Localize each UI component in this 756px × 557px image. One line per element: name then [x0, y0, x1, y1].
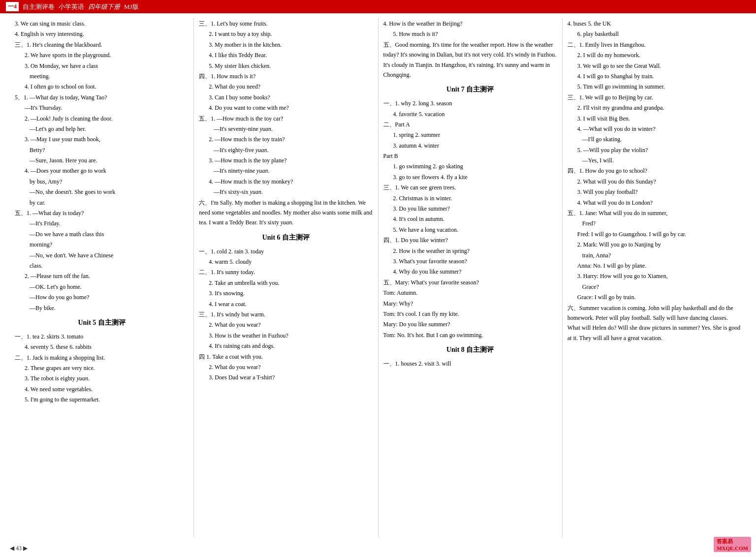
c4-l23: train, Anna?	[567, 250, 741, 260]
c1-l12: 3. —May I use your math book,	[15, 134, 189, 144]
c1-l6: meeting.	[15, 71, 189, 81]
c3-l3: 五、Good morning. It's time for the weathe…	[383, 40, 557, 80]
c4-l2: 6. play basketball	[567, 29, 741, 39]
c1-u5-l7: 5. I'm going to the supermarket.	[15, 395, 189, 404]
c1-l28: —By bike.	[15, 303, 189, 313]
c2-l16: 4. —How much is the toy monkey?	[199, 177, 373, 186]
c1-l13: Betty?	[15, 145, 189, 155]
logo-box: 一4	[6, 2, 19, 11]
c3-u7-l12: 4. It's cool in autumn.	[383, 214, 557, 224]
c4-l19: 五、1. Jane: What will you do in summer,	[567, 208, 741, 218]
c4-l5: 3. We will go to see the Great Wall.	[567, 61, 741, 71]
c1-l1: 3. We can sing in music class.	[15, 19, 189, 29]
c1-l4: 2. We have sports in the playground.	[15, 50, 189, 60]
c4-l11: 4. —What will you do in winter?	[567, 124, 741, 134]
page-wrapper: 一4 自主测评卷 小学英语 四年级下册 MJ版 3. We can sing i…	[0, 0, 756, 557]
unit8-title: Unit 8 自主测评	[383, 344, 557, 356]
c4-l21: Fred: I will go to Guangzhou. I will go …	[567, 229, 741, 239]
c1-l2: 4. English is very interesting.	[15, 29, 189, 39]
col1: 3. We can sing in music class. 4. Englis…	[10, 18, 194, 537]
col4: 4. buses 5. the UK 6. play basketball 二、…	[563, 18, 746, 537]
c3-u7-l23: Tom: No. It's hot. But I can go swimming…	[383, 330, 557, 340]
c2-l3: 3. My mother is in the kitchen.	[199, 40, 373, 50]
c1-l27: —How do you go home?	[15, 292, 189, 302]
watermark: 答案易 MXQE.COM	[714, 537, 751, 552]
watermark-text2: MXQE.COM	[717, 545, 748, 551]
c3-u8-l1: 一、1. houses 2. visit 3. will	[383, 359, 557, 369]
c3-u7-l11: 3. Do you like summer?	[383, 204, 557, 214]
header-title3: 四年级下册	[88, 2, 120, 11]
c2-l12: 2. —How much is the toy train?	[199, 134, 373, 144]
col2: 三、1. Let's buy some fruits. 2. I want to…	[194, 18, 378, 537]
c2-u6-l3: 二、1. It's sunny today.	[199, 267, 373, 277]
c4-l20: Fred?	[567, 218, 741, 228]
c2-l11: —It's seventy-nine yuan.	[199, 124, 373, 134]
c2-l15: —It's ninety-nine yuan.	[199, 166, 373, 176]
c4-l4: 2. I will do my homework.	[567, 50, 741, 60]
c1-l8: 5、1. —What day is today, Wang Tao?	[15, 93, 189, 102]
c2-l2: 2. I want to buy a toy ship.	[199, 29, 373, 39]
c2-u6-l8: 2. What do you wear?	[199, 320, 373, 330]
unit7-title: Unit 7 自主测评	[383, 84, 557, 95]
c3-u7-l5: 3. autumn 4. winter	[383, 141, 557, 151]
c2-l17: —It's sixty-six yuan.	[199, 187, 373, 197]
c4-l3: 二、1. Emily lives in Hangzhou.	[567, 40, 741, 50]
c3-u7-l10: 2. Christmas is in winter.	[383, 193, 557, 203]
c3-u7-l1: 一、1. why 2. long 3. season	[383, 98, 557, 108]
c2-l8: 3. Can I buy some books?	[199, 93, 373, 102]
col3: 4. How is the weather in Beijing? 5. How…	[378, 18, 563, 537]
c2-u6-l13: 3. Does Dad wear a T-shirt?	[199, 372, 373, 382]
c4-l27: Grace: I will go by train.	[567, 292, 741, 302]
c1-l20: —It's Friday.	[15, 218, 189, 228]
c1-l3: 三、1. He's cleaning the blackboard.	[15, 40, 189, 50]
c1-l16: by bus, Amy?	[15, 177, 189, 186]
c3-u7-l4: 1. spring 2. summer	[383, 130, 557, 140]
c1-l19: 五、1. —What day is today?	[15, 208, 189, 218]
c1-l15: 4. —Does your mother go to work	[15, 166, 189, 176]
header-title4: MJ版	[124, 2, 139, 11]
c4-l6: 4. I will go to Shanghai by train.	[567, 71, 741, 81]
c2-l10: 五、1. —How much is the toy car?	[199, 114, 373, 124]
c4-l25: 3. Harry: How will you go to Xiamen,	[567, 271, 741, 281]
c1-l22: morning?	[15, 240, 189, 249]
c3-u7-l6: Part B	[383, 151, 557, 161]
c2-l1: 三、1. Let's buy some fruits.	[199, 19, 373, 29]
c3-u7-l3: 二、Part A	[383, 120, 557, 129]
unit5-title: Unit 5 自主测评	[15, 317, 189, 329]
c3-u7-l16: 3. What's your favorite season?	[383, 256, 557, 266]
c4-l24: Anna: No. I will go by plane.	[567, 261, 741, 271]
unit6-title: Unit 6 自主测评	[199, 232, 373, 244]
c1-l10: 2. —Look! Judy is cleaning the door.	[15, 114, 189, 124]
c2-l7: 2. What do you need?	[199, 82, 373, 92]
c2-u6-l4: 2. Take an umbrella with you.	[199, 278, 373, 288]
c2-u6-l10: 4. It's raining cats and dogs.	[199, 341, 373, 351]
c3-u7-l8: 3. go to see flowers 4. fly a kite	[383, 172, 557, 182]
c3-u7-l13: 5. We have a long vacation.	[383, 225, 557, 235]
c2-u6-l2: 4. warm 5. cloudy	[199, 257, 373, 267]
c1-l9: —It's Thursday.	[15, 103, 189, 113]
c3-u7-l14: 四、1. Do you like winter?	[383, 235, 557, 245]
c3-u7-l2: 4. favorite 5. vacation	[383, 109, 557, 119]
c2-l14: 3. —How much is the toy plane?	[199, 155, 373, 165]
c2-l9: 4. Do you want to come with me?	[199, 103, 373, 113]
top-bar: 一4 自主测评卷 小学英语 四年级下册 MJ版	[0, 0, 756, 13]
header-title2: 小学英语	[59, 2, 84, 11]
c4-l7: 5. Tim will go swimming in summer.	[567, 82, 741, 92]
header-title1: 自主测评卷	[23, 2, 55, 11]
c4-l10: 3. I will visit Big Ben.	[567, 114, 741, 124]
c4-l12: —I'll go skating.	[567, 134, 741, 144]
c3-u7-l18: 五、Mary: What's your favorite season?	[383, 278, 557, 287]
c2-u6-l1: 一、1. cold 2. rain 3. today	[199, 247, 373, 256]
c2-l18: 六、I'm Sally. My mother is making a shopp…	[199, 198, 373, 228]
c2-l13: —It's eighty-five yuan.	[199, 145, 373, 155]
c4-l8: 三、1. We will go to Beijing by car.	[567, 93, 741, 102]
c1-u5-l1: 一、1. tea 2. skirts 3. tomato	[15, 332, 189, 341]
c4-l22: 2. Mark: Will you go to Nanjing by	[567, 240, 741, 249]
c4-l15: 四、1. How do you go to school?	[567, 166, 741, 176]
c1-l14: —Sure, Jason. Here you are.	[15, 155, 189, 165]
c3-u7-l17: 4. Why do you like summer?	[383, 267, 557, 277]
c4-l13: 5. —Will you play the violin?	[567, 145, 741, 155]
c3-l1: 4. How is the weather in Beijing?	[383, 19, 557, 29]
c4-l26: Grace?	[567, 282, 741, 292]
bottom-area: ◀ 43 ▶ ◀ 44 ▶	[0, 542, 756, 557]
